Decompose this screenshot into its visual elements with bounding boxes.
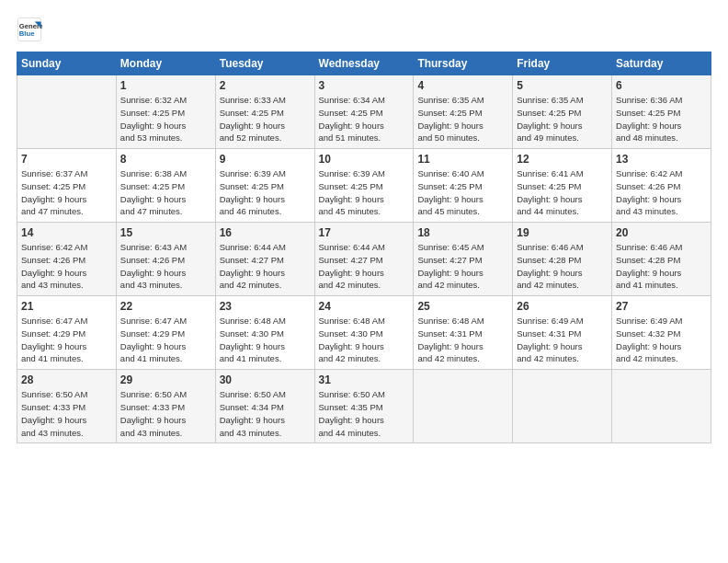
- cell-week3-day5: 26Sunrise: 6:49 AMSunset: 4:31 PMDayligh…: [513, 296, 612, 370]
- day-number: 6: [616, 79, 707, 92]
- cell-week2-day5: 19Sunrise: 6:46 AMSunset: 4:28 PMDayligh…: [513, 223, 612, 296]
- day-info: Sunrise: 6:39 AMSunset: 4:25 PMDaylight:…: [319, 167, 410, 218]
- day-number: 19: [517, 226, 608, 239]
- cell-week0-day1: 1Sunrise: 6:32 AMSunset: 4:25 PMDaylight…: [116, 75, 215, 149]
- day-info: Sunrise: 6:48 AMSunset: 4:30 PMDaylight:…: [319, 315, 410, 365]
- cell-week3-day4: 25Sunrise: 6:48 AMSunset: 4:31 PMDayligh…: [414, 296, 513, 370]
- day-info: Sunrise: 6:42 AMSunset: 4:26 PMDaylight:…: [21, 241, 112, 292]
- day-number: 1: [120, 79, 211, 92]
- cell-week2-day4: 18Sunrise: 6:45 AMSunset: 4:27 PMDayligh…: [414, 223, 513, 296]
- day-number: 15: [120, 226, 211, 239]
- cell-week2-day6: 20Sunrise: 6:46 AMSunset: 4:28 PMDayligh…: [612, 223, 711, 296]
- cell-week1-day5: 12Sunrise: 6:41 AMSunset: 4:25 PMDayligh…: [513, 149, 612, 223]
- day-number: 21: [21, 300, 112, 313]
- cell-week0-day5: 5Sunrise: 6:35 AMSunset: 4:25 PMDaylight…: [513, 75, 612, 149]
- col-header-sunday: Sunday: [17, 52, 117, 75]
- cell-week3-day6: 27Sunrise: 6:49 AMSunset: 4:32 PMDayligh…: [612, 296, 711, 370]
- day-number: 18: [417, 226, 508, 239]
- day-number: 24: [319, 300, 410, 313]
- cell-week4-day0: 28Sunrise: 6:50 AMSunset: 4:33 PMDayligh…: [17, 370, 117, 443]
- col-header-tuesday: Tuesday: [215, 52, 314, 75]
- page: General Blue SundayMondayTuesdayWednesda…: [0, 0, 728, 563]
- day-number: 28: [21, 373, 112, 386]
- day-info: Sunrise: 6:46 AMSunset: 4:28 PMDaylight:…: [616, 241, 707, 292]
- cell-week2-day2: 16Sunrise: 6:44 AMSunset: 4:27 PMDayligh…: [215, 223, 314, 296]
- logo-icon: General Blue: [17, 17, 42, 42]
- day-number: 22: [120, 300, 211, 313]
- cell-week4-day5: [513, 370, 612, 443]
- cell-week1-day4: 11Sunrise: 6:40 AMSunset: 4:25 PMDayligh…: [414, 149, 513, 223]
- col-header-monday: Monday: [116, 52, 215, 75]
- col-header-thursday: Thursday: [414, 52, 513, 75]
- cell-week2-day1: 15Sunrise: 6:43 AMSunset: 4:26 PMDayligh…: [116, 223, 215, 296]
- header: General Blue: [17, 17, 711, 42]
- cell-week1-day2: 9Sunrise: 6:39 AMSunset: 4:25 PMDaylight…: [215, 149, 314, 223]
- day-info: Sunrise: 6:47 AMSunset: 4:29 PMDaylight:…: [21, 315, 112, 365]
- day-info: Sunrise: 6:44 AMSunset: 4:27 PMDaylight:…: [220, 241, 311, 292]
- cell-week4-day2: 30Sunrise: 6:50 AMSunset: 4:34 PMDayligh…: [215, 370, 314, 443]
- day-number: 11: [417, 153, 508, 166]
- day-number: 16: [220, 226, 311, 239]
- day-number: 12: [517, 153, 608, 166]
- day-info: Sunrise: 6:50 AMSunset: 4:33 PMDaylight:…: [120, 388, 211, 439]
- cell-week4-day3: 31Sunrise: 6:50 AMSunset: 4:35 PMDayligh…: [314, 370, 414, 443]
- cell-week4-day1: 29Sunrise: 6:50 AMSunset: 4:33 PMDayligh…: [116, 370, 215, 443]
- day-info: Sunrise: 6:48 AMSunset: 4:31 PMDaylight:…: [417, 315, 508, 365]
- day-number: 2: [220, 79, 311, 92]
- day-number: 30: [220, 373, 311, 386]
- cell-week3-day3: 24Sunrise: 6:48 AMSunset: 4:30 PMDayligh…: [314, 296, 414, 370]
- day-info: Sunrise: 6:32 AMSunset: 4:25 PMDaylight:…: [120, 94, 211, 144]
- day-number: 4: [417, 79, 508, 92]
- day-number: 3: [319, 79, 410, 92]
- cell-week0-day6: 6Sunrise: 6:36 AMSunset: 4:25 PMDaylight…: [612, 75, 711, 149]
- day-info: Sunrise: 6:41 AMSunset: 4:25 PMDaylight:…: [517, 167, 608, 218]
- cell-week2-day3: 17Sunrise: 6:44 AMSunset: 4:27 PMDayligh…: [314, 223, 414, 296]
- day-info: Sunrise: 6:49 AMSunset: 4:32 PMDaylight:…: [616, 315, 707, 365]
- day-info: Sunrise: 6:50 AMSunset: 4:35 PMDaylight:…: [319, 388, 410, 439]
- day-number: 14: [21, 226, 112, 239]
- day-number: 5: [517, 79, 608, 92]
- calendar-table: SundayMondayTuesdayWednesdayThursdayFrid…: [17, 52, 711, 443]
- day-info: Sunrise: 6:34 AMSunset: 4:25 PMDaylight:…: [319, 94, 410, 144]
- logo: General Blue: [17, 17, 44, 42]
- cell-week2-day0: 14Sunrise: 6:42 AMSunset: 4:26 PMDayligh…: [17, 223, 117, 296]
- cell-week3-day1: 22Sunrise: 6:47 AMSunset: 4:29 PMDayligh…: [116, 296, 215, 370]
- day-info: Sunrise: 6:36 AMSunset: 4:25 PMDaylight:…: [616, 94, 707, 144]
- cell-week0-day4: 4Sunrise: 6:35 AMSunset: 4:25 PMDaylight…: [414, 75, 513, 149]
- day-info: Sunrise: 6:49 AMSunset: 4:31 PMDaylight:…: [517, 315, 608, 365]
- day-number: 8: [120, 153, 211, 166]
- day-info: Sunrise: 6:42 AMSunset: 4:26 PMDaylight:…: [616, 167, 707, 218]
- day-info: Sunrise: 6:48 AMSunset: 4:30 PMDaylight:…: [220, 315, 311, 365]
- day-number: 29: [120, 373, 211, 386]
- day-info: Sunrise: 6:35 AMSunset: 4:25 PMDaylight:…: [517, 94, 608, 144]
- day-info: Sunrise: 6:38 AMSunset: 4:25 PMDaylight:…: [120, 167, 211, 218]
- col-header-saturday: Saturday: [612, 52, 711, 75]
- cell-week0-day0: [17, 75, 117, 149]
- day-number: 7: [21, 153, 112, 166]
- svg-text:Blue: Blue: [19, 29, 35, 38]
- day-number: 17: [319, 226, 410, 239]
- day-info: Sunrise: 6:44 AMSunset: 4:27 PMDaylight:…: [319, 241, 410, 292]
- day-info: Sunrise: 6:43 AMSunset: 4:26 PMDaylight:…: [120, 241, 211, 292]
- day-number: 20: [616, 226, 707, 239]
- cell-week3-day0: 21Sunrise: 6:47 AMSunset: 4:29 PMDayligh…: [17, 296, 117, 370]
- day-number: 10: [319, 153, 410, 166]
- cell-week1-day1: 8Sunrise: 6:38 AMSunset: 4:25 PMDaylight…: [116, 149, 215, 223]
- day-number: 26: [517, 300, 608, 313]
- cell-week4-day4: [414, 370, 513, 443]
- day-number: 25: [417, 300, 508, 313]
- col-header-wednesday: Wednesday: [314, 52, 414, 75]
- day-info: Sunrise: 6:47 AMSunset: 4:29 PMDaylight:…: [120, 315, 211, 365]
- cell-week4-day6: [612, 370, 711, 443]
- day-info: Sunrise: 6:46 AMSunset: 4:28 PMDaylight:…: [517, 241, 608, 292]
- day-info: Sunrise: 6:37 AMSunset: 4:25 PMDaylight:…: [21, 167, 112, 218]
- cell-week1-day3: 10Sunrise: 6:39 AMSunset: 4:25 PMDayligh…: [314, 149, 414, 223]
- day-info: Sunrise: 6:50 AMSunset: 4:33 PMDaylight:…: [21, 388, 112, 439]
- day-info: Sunrise: 6:50 AMSunset: 4:34 PMDaylight:…: [220, 388, 311, 439]
- day-number: 13: [616, 153, 707, 166]
- cell-week3-day2: 23Sunrise: 6:48 AMSunset: 4:30 PMDayligh…: [215, 296, 314, 370]
- day-info: Sunrise: 6:40 AMSunset: 4:25 PMDaylight:…: [417, 167, 508, 218]
- cell-week0-day2: 2Sunrise: 6:33 AMSunset: 4:25 PMDaylight…: [215, 75, 314, 149]
- day-info: Sunrise: 6:33 AMSunset: 4:25 PMDaylight:…: [220, 94, 311, 144]
- day-number: 31: [319, 373, 410, 386]
